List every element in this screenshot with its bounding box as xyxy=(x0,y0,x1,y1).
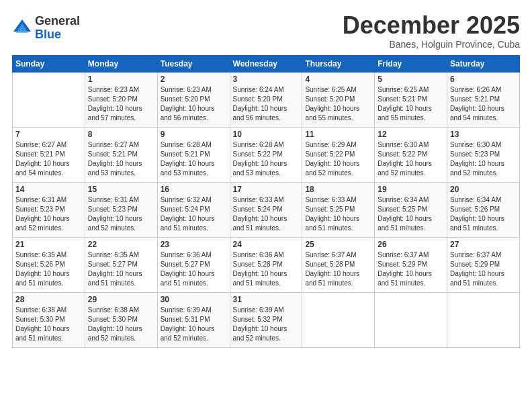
day-info: Sunrise: 6:23 AM Sunset: 5:20 PM Dayligh… xyxy=(88,85,154,123)
table-row: 6Sunrise: 6:26 AM Sunset: 5:21 PM Daylig… xyxy=(447,72,520,127)
day-info: Sunrise: 6:38 AM Sunset: 5:30 PM Dayligh… xyxy=(88,306,154,343)
table-row: 9Sunrise: 6:28 AM Sunset: 5:21 PM Daylig… xyxy=(157,127,230,182)
day-info: Sunrise: 6:32 AM Sunset: 5:24 PM Dayligh… xyxy=(161,195,227,233)
table-row: 20Sunrise: 6:34 AM Sunset: 5:26 PM Dayli… xyxy=(447,182,520,237)
logo-general-text: General xyxy=(35,15,80,28)
day-number: 25 xyxy=(305,240,371,249)
day-info: Sunrise: 6:38 AM Sunset: 5:30 PM Dayligh… xyxy=(15,306,82,343)
day-number: 24 xyxy=(233,240,300,249)
day-number: 31 xyxy=(233,295,300,304)
day-info: Sunrise: 6:31 AM Sunset: 5:23 PM Dayligh… xyxy=(15,195,82,233)
day-number: 23 xyxy=(161,240,227,249)
day-number: 14 xyxy=(15,185,82,194)
day-number: 21 xyxy=(15,240,82,249)
day-info: Sunrise: 6:31 AM Sunset: 5:23 PM Dayligh… xyxy=(88,195,154,233)
calendar-week-row: 7Sunrise: 6:27 AM Sunset: 5:21 PM Daylig… xyxy=(13,127,520,182)
table-row: 30Sunrise: 6:39 AM Sunset: 5:31 PM Dayli… xyxy=(157,292,230,347)
day-info: Sunrise: 6:28 AM Sunset: 5:22 PM Dayligh… xyxy=(233,140,300,178)
table-row xyxy=(302,292,375,347)
table-row: 12Sunrise: 6:30 AM Sunset: 5:22 PM Dayli… xyxy=(375,127,447,182)
table-row: 5Sunrise: 6:25 AM Sunset: 5:21 PM Daylig… xyxy=(375,72,447,127)
day-number: 18 xyxy=(305,185,371,194)
table-row: 15Sunrise: 6:31 AM Sunset: 5:23 PM Dayli… xyxy=(85,182,157,237)
logo: General Blue xyxy=(12,15,80,42)
table-row: 2Sunrise: 6:23 AM Sunset: 5:20 PM Daylig… xyxy=(157,72,230,127)
table-row: 31Sunrise: 6:39 AM Sunset: 5:32 PM Dayli… xyxy=(230,292,302,347)
day-number: 19 xyxy=(378,185,444,194)
day-info: Sunrise: 6:37 AM Sunset: 5:29 PM Dayligh… xyxy=(378,250,444,288)
calendar-week-row: 21Sunrise: 6:35 AM Sunset: 5:26 PM Dayli… xyxy=(13,237,520,292)
day-number: 30 xyxy=(161,295,227,304)
day-info: Sunrise: 6:26 AM Sunset: 5:21 PM Dayligh… xyxy=(450,85,517,123)
day-number: 29 xyxy=(88,295,154,304)
day-number: 7 xyxy=(15,130,82,139)
day-info: Sunrise: 6:33 AM Sunset: 5:25 PM Dayligh… xyxy=(305,195,371,233)
day-number: 9 xyxy=(161,130,227,139)
day-number: 20 xyxy=(450,185,517,194)
table-row: 14Sunrise: 6:31 AM Sunset: 5:23 PM Dayli… xyxy=(13,182,85,237)
location: Banes, Holguin Province, Cuba xyxy=(343,39,520,50)
day-number: 28 xyxy=(15,295,82,304)
month-title: December 2025 xyxy=(343,12,520,39)
calendar-header-row: Sunday Monday Tuesday Wednesday Thursday… xyxy=(13,55,520,72)
day-info: Sunrise: 6:24 AM Sunset: 5:20 PM Dayligh… xyxy=(233,85,300,123)
day-info: Sunrise: 6:35 AM Sunset: 5:26 PM Dayligh… xyxy=(15,250,82,288)
logo-blue-text: Blue xyxy=(35,28,80,42)
table-row: 26Sunrise: 6:37 AM Sunset: 5:29 PM Dayli… xyxy=(375,237,447,292)
col-wednesday: Wednesday xyxy=(230,55,302,72)
calendar-table: Sunday Monday Tuesday Wednesday Thursday… xyxy=(12,55,520,348)
table-row: 16Sunrise: 6:32 AM Sunset: 5:24 PM Dayli… xyxy=(157,182,230,237)
table-row: 22Sunrise: 6:35 AM Sunset: 5:27 PM Dayli… xyxy=(85,237,157,292)
table-row: 10Sunrise: 6:28 AM Sunset: 5:22 PM Dayli… xyxy=(230,127,302,182)
header: General Blue December 2025 Banes, Holgui… xyxy=(12,12,520,50)
logo-text: General Blue xyxy=(35,15,80,42)
day-info: Sunrise: 6:25 AM Sunset: 5:20 PM Dayligh… xyxy=(305,85,371,123)
calendar-week-row: 28Sunrise: 6:38 AM Sunset: 5:30 PM Dayli… xyxy=(13,292,520,347)
table-row: 7Sunrise: 6:27 AM Sunset: 5:21 PM Daylig… xyxy=(13,127,85,182)
page: General Blue December 2025 Banes, Holgui… xyxy=(0,0,532,411)
day-number: 10 xyxy=(233,130,300,139)
day-number: 16 xyxy=(161,185,227,194)
day-number: 12 xyxy=(378,130,444,139)
day-number: 6 xyxy=(450,75,517,84)
col-saturday: Saturday xyxy=(447,55,520,72)
day-number: 4 xyxy=(305,75,371,84)
table-row: 18Sunrise: 6:33 AM Sunset: 5:25 PM Dayli… xyxy=(302,182,375,237)
calendar-week-row: 14Sunrise: 6:31 AM Sunset: 5:23 PM Dayli… xyxy=(13,182,520,237)
day-number: 26 xyxy=(378,240,444,249)
day-number: 8 xyxy=(88,130,154,139)
table-row: 23Sunrise: 6:36 AM Sunset: 5:27 PM Dayli… xyxy=(157,237,230,292)
table-row: 21Sunrise: 6:35 AM Sunset: 5:26 PM Dayli… xyxy=(13,237,85,292)
col-tuesday: Tuesday xyxy=(157,55,230,72)
table-row: 8Sunrise: 6:27 AM Sunset: 5:21 PM Daylig… xyxy=(85,127,157,182)
day-number: 5 xyxy=(378,75,444,84)
day-number: 2 xyxy=(161,75,227,84)
day-number: 11 xyxy=(305,130,371,139)
col-monday: Monday xyxy=(85,55,157,72)
day-info: Sunrise: 6:28 AM Sunset: 5:21 PM Dayligh… xyxy=(161,140,227,178)
day-info: Sunrise: 6:36 AM Sunset: 5:28 PM Dayligh… xyxy=(233,250,300,288)
day-info: Sunrise: 6:36 AM Sunset: 5:27 PM Dayligh… xyxy=(161,250,227,288)
day-number: 22 xyxy=(88,240,154,249)
table-row: 11Sunrise: 6:29 AM Sunset: 5:22 PM Dayli… xyxy=(302,127,375,182)
table-row: 17Sunrise: 6:33 AM Sunset: 5:24 PM Dayli… xyxy=(230,182,302,237)
day-info: Sunrise: 6:35 AM Sunset: 5:27 PM Dayligh… xyxy=(88,250,154,288)
day-info: Sunrise: 6:29 AM Sunset: 5:22 PM Dayligh… xyxy=(305,140,371,178)
table-row xyxy=(447,292,520,347)
table-row: 28Sunrise: 6:38 AM Sunset: 5:30 PM Dayli… xyxy=(13,292,85,347)
table-row: 1Sunrise: 6:23 AM Sunset: 5:20 PM Daylig… xyxy=(85,72,157,127)
day-info: Sunrise: 6:37 AM Sunset: 5:28 PM Dayligh… xyxy=(305,250,371,288)
day-info: Sunrise: 6:30 AM Sunset: 5:22 PM Dayligh… xyxy=(378,140,444,178)
table-row: 29Sunrise: 6:38 AM Sunset: 5:30 PM Dayli… xyxy=(85,292,157,347)
day-info: Sunrise: 6:34 AM Sunset: 5:26 PM Dayligh… xyxy=(450,195,517,233)
day-number: 13 xyxy=(450,130,517,139)
day-number: 3 xyxy=(233,75,300,84)
day-info: Sunrise: 6:33 AM Sunset: 5:24 PM Dayligh… xyxy=(233,195,300,233)
calendar-week-row: 1Sunrise: 6:23 AM Sunset: 5:20 PM Daylig… xyxy=(13,72,520,127)
title-block: December 2025 Banes, Holguin Province, C… xyxy=(343,12,520,50)
day-info: Sunrise: 6:27 AM Sunset: 5:21 PM Dayligh… xyxy=(15,140,82,178)
table-row: 3Sunrise: 6:24 AM Sunset: 5:20 PM Daylig… xyxy=(230,72,302,127)
table-row: 19Sunrise: 6:34 AM Sunset: 5:25 PM Dayli… xyxy=(375,182,447,237)
col-sunday: Sunday xyxy=(13,55,85,72)
table-row: 4Sunrise: 6:25 AM Sunset: 5:20 PM Daylig… xyxy=(302,72,375,127)
